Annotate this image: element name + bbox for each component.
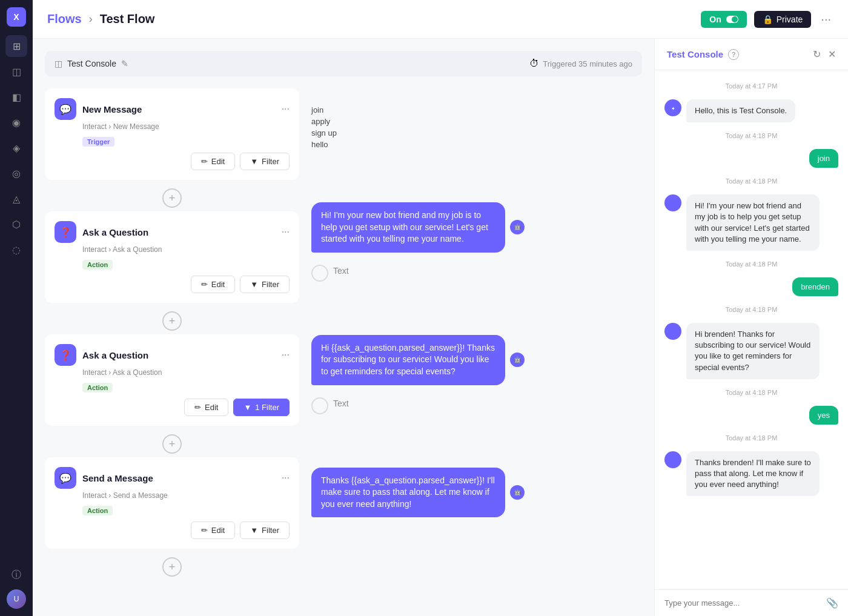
message-group-3: Thanks {{ask_a_question.parsed_answer}}!… xyxy=(311,468,642,518)
console-user-bubble-3: yes xyxy=(809,406,838,425)
node-new-message-filter-button[interactable]: ▼ Filter xyxy=(240,153,290,170)
messages-icon: ◧ xyxy=(12,91,21,103)
console-bot-bubble-4: Thanks brenden! I'll make sure to pass t… xyxy=(686,451,820,497)
svg-point-2 xyxy=(669,199,677,207)
node-send-msg-filter-button[interactable]: ▼ Filter xyxy=(240,522,290,539)
sidebar-item-subscribers[interactable]: ◎ xyxy=(5,162,27,184)
flow-area: ◫ Test Console ✎ ⏱ Triggered 35 minutes … xyxy=(33,39,848,616)
header-left: Flows › Test Flow xyxy=(47,12,154,26)
sidebar: X ⊞ ◫ ◧ ◉ ◈ ◎ ◬ ⬡ ◌ ⓘ U xyxy=(0,0,33,616)
console-bot-icon-4 xyxy=(664,451,681,468)
page-title: Test Flow xyxy=(100,12,155,26)
lock-icon: 🔒 xyxy=(763,15,773,24)
node-ask-q1-actions: ✏ Edit ▼ Filter xyxy=(55,276,290,293)
input-label-1: Text xyxy=(333,262,349,276)
node-ask-q1-edit-button[interactable]: ✏ Edit xyxy=(191,276,235,293)
console-attach-button[interactable]: 📎 xyxy=(826,597,838,609)
keyword-signup: sign up xyxy=(311,128,642,137)
node-send-msg-icon: 💬 xyxy=(55,467,76,489)
filter-icon-4: ▼ xyxy=(250,526,258,535)
sidebar-item-integrations[interactable]: ⬡ xyxy=(5,213,27,235)
node-ask-q2-filter-button[interactable]: ▼ 1 Filter xyxy=(233,399,290,416)
console-timestamp-5: Today at 4:18 PM xyxy=(664,306,838,313)
console-bot-icon-3 xyxy=(664,323,681,340)
console-user-bubble-1: join xyxy=(809,149,838,168)
keyword-join: join xyxy=(311,105,642,114)
avatar[interactable]: U xyxy=(7,589,26,609)
message-group-2: Hi {{ask_a_question.parsed_answer}}! Tha… xyxy=(311,335,642,414)
more-options-button[interactable]: ··· xyxy=(818,10,833,28)
node-ask-q1-filter-button[interactable]: ▼ Filter xyxy=(240,276,290,293)
add-node-button-1[interactable]: + xyxy=(162,188,182,208)
sidebar-logo[interactable]: X xyxy=(7,7,26,27)
breadcrumb-arrow: › xyxy=(89,13,93,25)
node-new-message-badge: Trigger xyxy=(82,137,114,147)
private-label: Private xyxy=(777,15,803,24)
message-group-1: Hi! I'm your new bot friend and my job i… xyxy=(311,202,642,282)
dashboard-icon: ⊞ xyxy=(13,41,21,52)
sidebar-item-dashboard[interactable]: ⊞ xyxy=(5,35,27,57)
sidebar-item-chat[interactable]: ◉ xyxy=(5,111,27,133)
messages-column: join apply sign up hello xyxy=(299,88,642,604)
console-header: Test Console ? ↻ ✕ xyxy=(655,39,848,70)
sidebar-item-contacts[interactable]: ◈ xyxy=(5,137,27,159)
sidebar-item-info[interactable]: ⓘ xyxy=(5,564,27,586)
bot-icon-3: 🤖 xyxy=(510,485,525,500)
sidebar-item-settings[interactable]: ◌ xyxy=(5,239,27,260)
add-node-button-2[interactable]: + xyxy=(162,311,182,331)
node-new-message: 💬 New Message ··· Interact › New Message… xyxy=(45,88,299,180)
node-send-msg-badge: Action xyxy=(82,506,113,515)
node-new-message-title: New Message xyxy=(82,104,276,114)
flow-body: 💬 New Message ··· Interact › New Message… xyxy=(45,88,642,604)
console-user-msg-3: yes xyxy=(664,406,838,425)
node-send-msg-title: Send a Message xyxy=(82,473,276,483)
console-input-area: 📎 xyxy=(655,589,848,616)
node-ask-question-1: ❓ Ask a Question ··· Interact › Ask a Qu… xyxy=(45,211,299,303)
console-help-button[interactable]: ? xyxy=(728,49,739,60)
console-timestamp-2: Today at 4:18 PM xyxy=(664,132,838,139)
console-bot-msg-2: Hi! I'm your new bot friend and my job i… xyxy=(664,194,838,251)
flows-link[interactable]: Flows xyxy=(47,12,82,26)
node-ask-q2-title: Ask a Question xyxy=(82,350,276,360)
node-new-message-subtitle: Interact › New Message xyxy=(82,122,290,131)
node-send-msg-edit-button[interactable]: ✏ Edit xyxy=(191,522,235,539)
node-ask-q2-subtitle: Interact › Ask a Question xyxy=(82,368,290,377)
private-button[interactable]: 🔒 Private xyxy=(754,11,812,28)
node-send-msg-more-button[interactable]: ··· xyxy=(282,472,290,483)
node-ask-q2-edit-button[interactable]: ✏ Edit xyxy=(184,399,228,416)
node-ask-q1-badge: Action xyxy=(82,260,113,270)
add-node-button-3[interactable]: + xyxy=(162,434,182,454)
input-label-2: Text xyxy=(333,395,349,408)
console-close-button[interactable]: ✕ xyxy=(828,48,836,60)
console-refresh-button[interactable]: ↻ xyxy=(813,48,821,60)
node-new-message-actions: ✏ Edit ▼ Filter xyxy=(55,153,290,170)
keyword-hello: hello xyxy=(311,140,642,149)
header-right: On 🔒 Private ··· xyxy=(701,10,833,28)
info-icon: ⓘ xyxy=(12,569,21,581)
header: Flows › Test Flow On 🔒 Private ··· xyxy=(33,0,848,39)
console-bot-bubble-2: Hi! I'm your new bot friend and my job i… xyxy=(686,194,820,251)
integrations-icon: ⬡ xyxy=(12,219,21,230)
settings-icon: ◌ xyxy=(12,244,21,256)
bot-bubble-3: Thanks {{ask_a_question.parsed_answer}}!… xyxy=(311,468,505,518)
node-ask-q2-more-button[interactable]: ··· xyxy=(282,349,290,360)
console-message-input[interactable] xyxy=(664,598,821,608)
bot-icon-1: 🤖 xyxy=(510,220,525,234)
sidebar-item-messages[interactable]: ◧ xyxy=(5,86,27,108)
node-ask-question-2: ❓ Ask a Question ··· Interact › Ask a Qu… xyxy=(45,334,299,426)
text-input-row-2: Text xyxy=(311,395,642,414)
sidebar-item-analytics[interactable]: ◬ xyxy=(5,188,27,210)
keyword-area: join apply sign up hello xyxy=(311,88,642,149)
add-node-button-4[interactable]: + xyxy=(162,557,182,577)
session-edit-icon[interactable]: ✎ xyxy=(121,59,128,68)
node-new-message-more-button[interactable]: ··· xyxy=(282,104,290,114)
node-new-message-edit-button[interactable]: ✏ Edit xyxy=(191,153,235,170)
edit-icon-3: ✏ xyxy=(194,403,201,412)
node-ask-q1-icon: ❓ xyxy=(55,221,76,243)
console-actions: ↻ ✕ xyxy=(813,48,836,60)
console-timestamp-4: Today at 4:18 PM xyxy=(664,260,838,268)
toggle-button[interactable]: On xyxy=(701,11,746,28)
console-bot-icon-1: ✦ xyxy=(664,99,681,116)
sidebar-item-flows[interactable]: ◫ xyxy=(5,61,27,82)
node-ask-q1-more-button[interactable]: ··· xyxy=(282,227,290,237)
